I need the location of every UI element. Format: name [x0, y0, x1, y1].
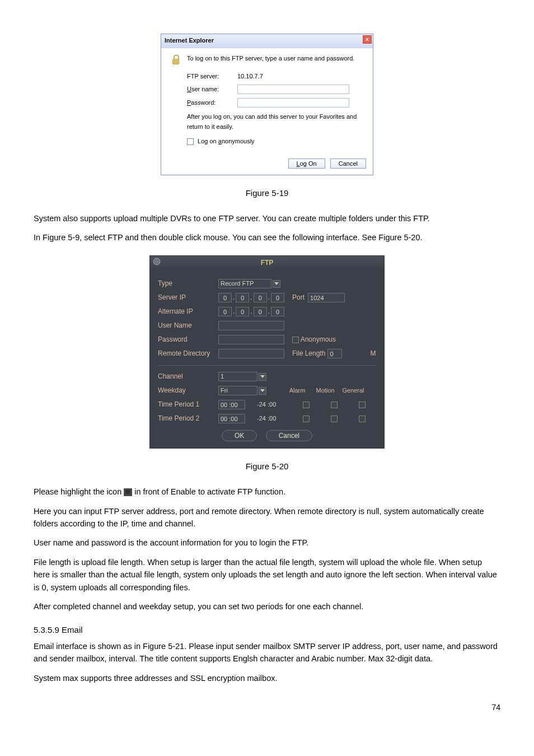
- cancel-button[interactable]: Cancel: [330, 158, 366, 169]
- username-label: User name:: [187, 85, 237, 95]
- tp2-end-input[interactable]: -24 :00: [255, 414, 282, 423]
- paragraph-email-intro: Email interface is shown as in Figure 5-…: [34, 640, 500, 665]
- svg-point-1: [153, 258, 160, 265]
- time-period2-label: Time Period 2: [158, 413, 218, 424]
- password-input[interactable]: [237, 98, 349, 108]
- logon-button[interactable]: Log On: [288, 158, 325, 169]
- anonymous-checkbox[interactable]: [187, 138, 194, 145]
- anonymous-checkbox-label: Log on anonymously: [198, 138, 255, 144]
- time-period1-label: Time Period 1: [158, 399, 218, 410]
- server-ip-label: Server IP: [158, 292, 218, 303]
- ftp-title-icon: [152, 257, 161, 266]
- type-dropdown[interactable]: Record FTP: [218, 279, 271, 288]
- file-length-label: File Length: [292, 348, 325, 359]
- ftp-username-input[interactable]: [218, 321, 284, 330]
- paragraph-ftp-address: Here you can input FTP server address, p…: [34, 505, 500, 530]
- server-ip-oct2[interactable]: 0: [236, 293, 249, 302]
- type-label: Type: [158, 278, 218, 289]
- ftp-server-label: FTP server:: [187, 72, 237, 82]
- server-ip-oct3[interactable]: 0: [254, 293, 267, 302]
- cancel-button[interactable]: Cancel: [266, 430, 312, 441]
- figure-5-20-caption: Figure 5-20: [34, 460, 500, 473]
- channel-label: Channel: [158, 371, 218, 382]
- server-ip-oct4[interactable]: 0: [271, 293, 284, 302]
- alt-ip-oct4[interactable]: 0: [271, 307, 284, 316]
- alt-ip-oct2[interactable]: 0: [236, 307, 249, 316]
- dialog-title-text: Internet Explorer: [165, 37, 214, 44]
- channel-dropdown[interactable]: 1: [218, 372, 257, 381]
- email-heading: 5.3.5.9 Email: [34, 623, 500, 637]
- port-input[interactable]: 1024: [308, 293, 345, 302]
- remote-directory-input[interactable]: [218, 349, 284, 358]
- m-unit: M: [370, 348, 376, 359]
- alt-ip-oct1[interactable]: 0: [218, 307, 232, 316]
- paragraph-select-ftp: In Figure 5-9, select FTP and then doubl…: [34, 231, 500, 244]
- paragraph-multi-dvr: System also supports upload multiple DVR…: [34, 212, 500, 225]
- tp2-motion-checkbox[interactable]: [331, 416, 338, 422]
- ftp-dialog-figure: FTP Type Record FTP Server IP 0. 0. 0. 0…: [34, 255, 500, 449]
- ftp-dialog: FTP Type Record FTP Server IP 0. 0. 0. 0…: [149, 255, 385, 449]
- file-length-input[interactable]: 0: [327, 349, 342, 358]
- port-label: Port: [292, 292, 305, 303]
- remote-directory-label: Remote Directory: [158, 348, 218, 359]
- alarm-col-header: Alarm: [283, 386, 311, 396]
- lock-keys-icon: [169, 54, 184, 68]
- separator: [158, 365, 376, 366]
- dialog-titlebar: Internet Explorer ×: [161, 34, 373, 48]
- username-label: User Name: [158, 320, 218, 331]
- tp1-motion-checkbox[interactable]: [331, 402, 338, 408]
- ok-button[interactable]: OK: [222, 430, 257, 441]
- server-ip-oct1[interactable]: 0: [218, 293, 232, 302]
- tp1-alarm-checkbox[interactable]: [303, 402, 310, 408]
- alt-ip-oct3[interactable]: 0: [254, 307, 267, 316]
- password-label: Password: [158, 334, 218, 345]
- ftp-password-input[interactable]: [218, 335, 284, 344]
- tp2-start-input[interactable]: 00 :00: [218, 414, 245, 423]
- ie-login-dialog-figure: Internet Explorer × To log on to this FT…: [34, 34, 500, 175]
- general-col-header: General: [339, 386, 367, 396]
- chevron-down-icon[interactable]: [259, 373, 266, 381]
- chevron-down-icon[interactable]: [259, 387, 266, 395]
- weekday-label: Weekday: [158, 385, 218, 396]
- paragraph-channel-weekday: After completed channel and weekday setu…: [34, 600, 500, 613]
- paragraph-account-info: User name and password is the account in…: [34, 536, 500, 549]
- ftp-title-text: FTP: [261, 259, 274, 267]
- alternate-ip-label: Alternate IP: [158, 306, 218, 317]
- dialog-message: To log on to this FTP server, type a use…: [187, 54, 354, 64]
- ie-login-dialog: Internet Explorer × To log on to this FT…: [161, 34, 373, 175]
- paragraph-file-length: File length is upload file length. When …: [34, 556, 500, 594]
- username-input[interactable]: [237, 85, 349, 94]
- chevron-down-icon[interactable]: [273, 280, 280, 288]
- tp2-general-checkbox[interactable]: [359, 416, 366, 422]
- motion-col-header: Motion: [311, 386, 339, 396]
- anonymous-checkbox[interactable]: [292, 337, 299, 343]
- tp1-general-checkbox[interactable]: [359, 402, 366, 408]
- figure-5-19-caption: Figure 5-19: [34, 186, 500, 200]
- close-icon[interactable]: ×: [363, 35, 372, 44]
- tp1-end-input[interactable]: -24 :00: [255, 400, 282, 409]
- page-number: 74: [34, 701, 500, 713]
- anonymous-label: Anonymous: [301, 335, 336, 343]
- tp2-alarm-checkbox[interactable]: [303, 416, 310, 422]
- ftp-server-value: 10.10.7.7: [237, 72, 263, 82]
- password-label: Password:: [187, 98, 237, 108]
- svg-rect-0: [173, 59, 179, 64]
- after-login-message: After you log on, you can add this serve…: [169, 112, 365, 132]
- ftp-dialog-titlebar: FTP: [150, 256, 384, 270]
- paragraph-email-ssl: System max supports three addresses and …: [34, 672, 500, 684]
- weekday-dropdown[interactable]: Fri: [218, 386, 257, 395]
- enable-toggle-icon: [124, 488, 132, 496]
- paragraph-enable-icon: Please highlight the icon in front of En…: [34, 486, 500, 498]
- tp1-start-input[interactable]: 00 :00: [218, 400, 245, 409]
